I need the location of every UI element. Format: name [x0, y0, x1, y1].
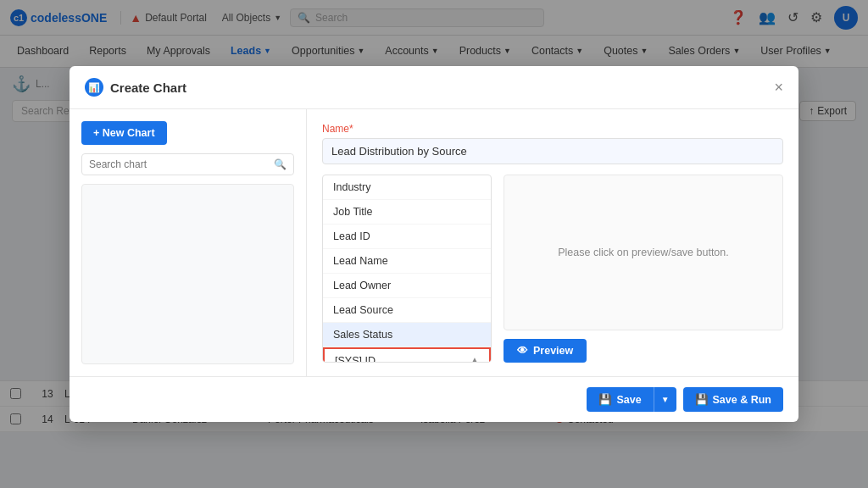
chart-search-box[interactable]: 🔍 — [81, 153, 294, 175]
save-button-group: 💾 Save ▼ — [587, 387, 676, 412]
list-item[interactable]: Lead Owner — [323, 274, 491, 298]
list-item[interactable]: Job Title — [323, 200, 491, 225]
save-button[interactable]: 💾 Save — [587, 387, 653, 412]
chevron-up-icon: ▲ — [470, 355, 479, 362]
field-list-column: Industry Job Title Lead ID Lead Name Lea… — [322, 175, 492, 363]
name-field-group: Name* — [322, 123, 783, 164]
list-item-sales-status[interactable]: Sales Status — [323, 323, 491, 347]
chevron-down-icon: ▼ — [661, 395, 670, 404]
field-list-inner[interactable]: Industry Job Title Lead ID Lead Name Lea… — [323, 175, 491, 362]
list-item[interactable]: Lead ID — [323, 225, 491, 249]
modal-title-text: Create Chart — [110, 80, 186, 95]
chart-search-input[interactable] — [89, 158, 269, 170]
preview-section: Please click on preview/save button. 👁 P… — [504, 175, 783, 363]
close-button[interactable]: × — [774, 80, 783, 95]
modal-body: + New Chart 🔍 Name* — [70, 109, 798, 376]
save-run-button[interactable]: 💾 Save & Run — [683, 387, 783, 412]
right-panel: Name* Industry Job Title Lead ID Lead Na… — [307, 109, 798, 376]
list-item[interactable]: Lead Source — [323, 298, 491, 323]
create-chart-modal: 📊 Create Chart × + New Chart 🔍 Name* — [70, 66, 798, 422]
modal-title: 📊 Create Chart — [85, 78, 186, 97]
chart-icon: 📊 — [85, 78, 103, 97]
modal-overlay: 📊 Create Chart × + New Chart 🔍 Name* — [0, 0, 868, 458]
save-icon: 💾 — [598, 393, 612, 406]
modal-footer: 💾 Save ▼ 💾 Save & Run — [70, 376, 798, 422]
preview-button[interactable]: 👁 Preview — [504, 339, 587, 363]
name-field-label: Name* — [322, 123, 783, 135]
chart-preview-area: Please click on preview/save button. — [504, 175, 783, 330]
list-item[interactable]: Industry — [323, 175, 491, 200]
eye-icon: 👁 — [517, 345, 528, 357]
new-chart-button[interactable]: + New Chart — [81, 121, 167, 145]
preview-placeholder-text: Please click on preview/save button. — [558, 247, 729, 258]
modal-header: 📊 Create Chart × — [70, 66, 798, 109]
list-item-sys-id[interactable]: [SYS] ID ▲ — [323, 347, 491, 362]
save-run-icon: 💾 — [695, 393, 709, 406]
chart-preview-thumbnail — [81, 184, 294, 364]
name-input[interactable] — [322, 138, 783, 164]
save-dropdown-toggle[interactable]: ▼ — [654, 387, 676, 412]
list-item[interactable]: Lead Name — [323, 249, 491, 274]
left-panel: + New Chart 🔍 — [70, 109, 307, 376]
field-dropdown-list: Industry Job Title Lead ID Lead Name Lea… — [322, 175, 492, 363]
right-content-area: Industry Job Title Lead ID Lead Name Lea… — [322, 175, 783, 363]
search-icon: 🔍 — [274, 158, 287, 170]
